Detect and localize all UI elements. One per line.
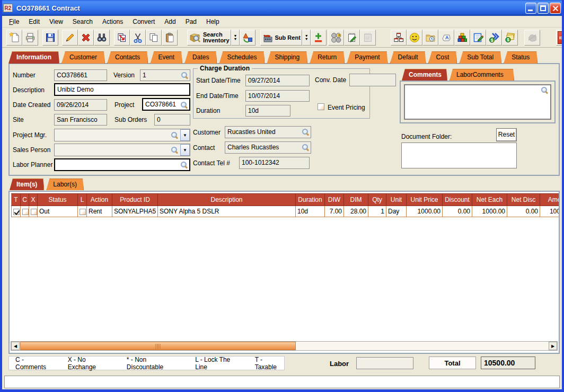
- tab-status[interactable]: Status: [504, 51, 537, 64]
- col-action[interactable]: Action: [87, 194, 112, 206]
- col-product-id[interactable]: Product ID: [112, 194, 158, 206]
- delete-icon[interactable]: [78, 30, 94, 46]
- project-mgr-search-icon[interactable]: [171, 132, 178, 139]
- col-net-disc[interactable]: Net Disc: [507, 194, 540, 206]
- menu-actions[interactable]: Actions: [98, 17, 128, 26]
- tab-event[interactable]: Event: [150, 51, 182, 64]
- tab-default[interactable]: Default: [390, 51, 426, 64]
- scroll-right-icon[interactable]: ▶: [549, 342, 557, 350]
- total-button[interactable]: Total: [429, 357, 476, 369]
- labor-planner-input[interactable]: [54, 158, 190, 171]
- comments-search-icon[interactable]: [541, 87, 548, 94]
- tab-payment[interactable]: Payment: [347, 51, 387, 64]
- document-edit-icon[interactable]: [470, 30, 486, 46]
- col-amount[interactable]: Amount: [540, 194, 560, 206]
- table-row[interactable]: Out Rent SONYALPHA5 SONY Alpha 5 DSLR 10…: [12, 206, 560, 217]
- notes-money-icon[interactable]: $: [502, 30, 518, 46]
- menu-view[interactable]: View: [45, 17, 68, 26]
- col-taxable[interactable]: T: [12, 194, 21, 206]
- tab-labors[interactable]: Labor(s): [46, 179, 84, 190]
- menu-help[interactable]: Help: [201, 17, 224, 26]
- col-dim[interactable]: DIM: [344, 194, 368, 206]
- project-search-icon[interactable]: [181, 102, 188, 109]
- org-chart-icon[interactable]: [391, 30, 407, 46]
- scrollbar-thumb[interactable]: [20, 342, 296, 350]
- tab-contacts[interactable]: Contacts: [107, 51, 148, 64]
- smiley-icon[interactable]: [407, 30, 422, 46]
- scroll-left-icon[interactable]: ◀: [11, 342, 20, 350]
- col-no-exchange[interactable]: X: [29, 194, 38, 206]
- row-no-exchange-checkbox[interactable]: [31, 209, 37, 215]
- row-taxable-checkbox[interactable]: [13, 209, 20, 215]
- save-icon[interactable]: [42, 30, 58, 46]
- tab-information[interactable]: Information: [8, 51, 59, 64]
- row-lock-checkbox[interactable]: [80, 209, 86, 215]
- col-duration[interactable]: Duration: [296, 194, 325, 206]
- sub-rent-dropdown[interactable]: ▼▼: [302, 30, 311, 46]
- tab-dates[interactable]: Dates: [184, 51, 217, 64]
- tab-labor-comments[interactable]: LaborComments: [450, 69, 514, 81]
- row-comments-checkbox[interactable]: [22, 209, 29, 215]
- tab-items[interactable]: Item(s): [10, 179, 44, 190]
- copy-icon[interactable]: [146, 30, 162, 46]
- reset-button[interactable]: Reset: [496, 128, 517, 141]
- comments-textarea[interactable]: [404, 84, 551, 120]
- search-inventory-button[interactable]: Search Inventory: [187, 30, 231, 46]
- col-unit-price[interactable]: Unit Price: [407, 194, 443, 206]
- menu-convert[interactable]: Convert: [128, 17, 160, 26]
- exit-button[interactable]: EXIT: [556, 30, 564, 46]
- version-search-icon[interactable]: [181, 72, 188, 79]
- notes-pad-icon[interactable]: [344, 30, 360, 46]
- tab-cost[interactable]: Cost: [428, 51, 457, 64]
- menu-add[interactable]: Add: [160, 17, 180, 26]
- forward-money-icon[interactable]: $: [486, 30, 502, 46]
- col-qty[interactable]: Qty: [368, 194, 386, 206]
- search-inventory-dropdown[interactable]: ▼▼: [231, 30, 240, 46]
- sales-person-combo[interactable]: ▼: [54, 144, 190, 156]
- col-net-each[interactable]: Net Each: [472, 194, 507, 206]
- description-input[interactable]: Unibiz Demo: [54, 83, 190, 96]
- shapes-3d-icon[interactable]: [240, 30, 255, 46]
- col-description[interactable]: Description: [158, 194, 296, 206]
- cut-icon[interactable]: [130, 30, 146, 46]
- maximize-icon[interactable]: [537, 3, 549, 14]
- col-unit[interactable]: Unit: [386, 194, 407, 206]
- sales-person-dropdown-icon[interactable]: ▼: [180, 144, 190, 156]
- col-lock[interactable]: L: [78, 194, 87, 206]
- menu-file[interactable]: File: [4, 17, 24, 26]
- menu-pad[interactable]: Pad: [181, 17, 201, 26]
- menu-edit[interactable]: Edit: [24, 17, 45, 26]
- add-line-icon[interactable]: [311, 30, 327, 46]
- version-field[interactable]: 1: [140, 69, 190, 81]
- horizontal-scrollbar[interactable]: ◀ ▶: [11, 341, 558, 351]
- new-document-icon[interactable]: [6, 30, 22, 46]
- col-discount[interactable]: Discount: [443, 194, 472, 206]
- col-diw[interactable]: DIW: [325, 194, 344, 206]
- folder-clock-icon[interactable]: [422, 30, 438, 46]
- availability-spheres-icon[interactable]: ?: [328, 30, 344, 46]
- tab-sub-total[interactable]: Sub Total: [459, 51, 501, 64]
- menu-search[interactable]: Search: [68, 17, 98, 26]
- event-pricing-checkbox[interactable]: [318, 103, 324, 110]
- copy-special-icon[interactable]: [114, 30, 130, 46]
- close-icon[interactable]: [550, 3, 561, 14]
- customer-search-icon[interactable]: [302, 129, 309, 136]
- find-binoculars-icon[interactable]: [94, 30, 110, 46]
- sub-rent-button[interactable]: Sub Rent: [260, 30, 302, 46]
- labor-planner-search-icon[interactable]: [181, 162, 188, 168]
- paste-icon[interactable]: [162, 30, 178, 46]
- project-input[interactable]: CO378661: [142, 98, 190, 111]
- tab-return[interactable]: Return: [310, 51, 345, 64]
- project-mgr-dropdown-icon[interactable]: ▼: [180, 129, 190, 141]
- tab-comments[interactable]: Comments: [402, 69, 447, 81]
- tab-shipping[interactable]: Shipping: [267, 51, 307, 64]
- tab-schedules[interactable]: Schedules: [219, 51, 265, 64]
- tab-customer[interactable]: Customer: [61, 51, 105, 64]
- keyboard-key-icon[interactable]: A: [438, 30, 454, 46]
- minimize-icon[interactable]: [525, 3, 536, 14]
- document-folder-box[interactable]: [401, 142, 517, 168]
- edit-pencil-icon[interactable]: [62, 30, 78, 46]
- project-mgr-combo[interactable]: ▼: [54, 129, 190, 141]
- print-icon[interactable]: [22, 30, 38, 46]
- cubes-icon[interactable]: [454, 30, 470, 46]
